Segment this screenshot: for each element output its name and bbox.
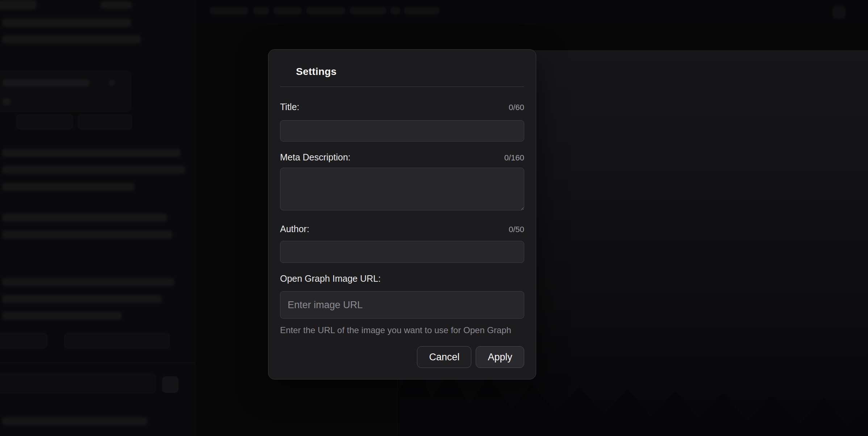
settings-dialog: Settings Title: 0/60 Meta Description: 0…	[268, 49, 536, 380]
cancel-button[interactable]: Cancel	[417, 346, 471, 368]
title-label: Title:	[280, 101, 299, 112]
author-input[interactable]	[280, 241, 524, 263]
title-field-group: Title: 0/60	[280, 101, 524, 142]
og-image-field-group: Open Graph Image URL: Enter the URL of t…	[280, 273, 524, 335]
author-char-counter: 0/50	[509, 224, 524, 235]
og-image-helper-text: Enter the URL of the image you want to u…	[280, 325, 524, 335]
author-field-group: Author: 0/50	[280, 223, 524, 263]
title-input[interactable]	[280, 120, 524, 142]
og-image-url-input[interactable]	[280, 291, 524, 319]
meta-description-field-group: Meta Description: 0/160	[280, 152, 524, 210]
meta-description-textarea[interactable]	[280, 168, 524, 210]
meta-description-label: Meta Description:	[280, 152, 351, 163]
og-image-label: Open Graph Image URL:	[280, 273, 381, 284]
dialog-title: Settings	[296, 66, 524, 78]
title-divider	[280, 87, 524, 87]
author-label: Author:	[280, 223, 309, 234]
meta-description-char-counter: 0/160	[504, 152, 524, 163]
apply-button[interactable]: Apply	[476, 346, 524, 368]
dialog-actions: Cancel Apply	[280, 346, 524, 368]
title-char-counter: 0/60	[509, 102, 524, 113]
